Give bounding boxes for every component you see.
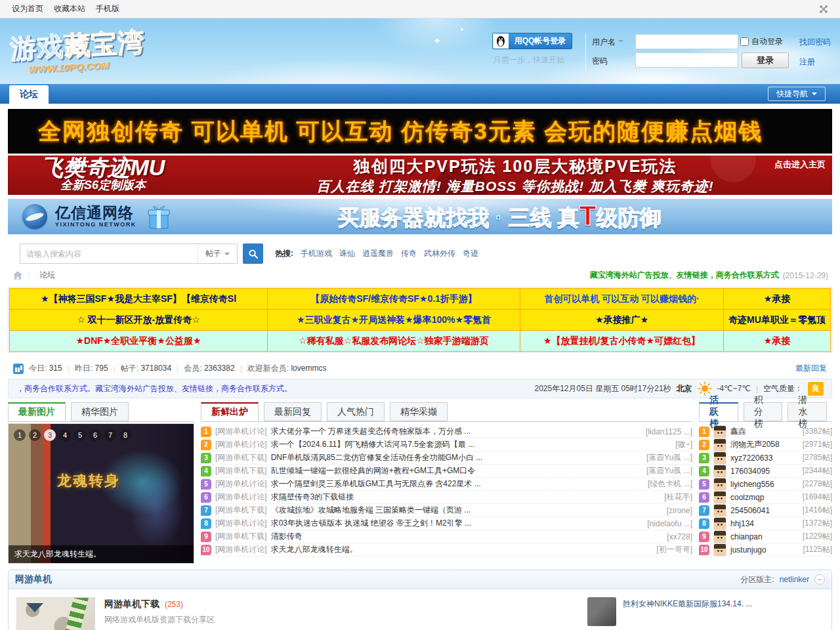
avatar[interactable] — [713, 530, 726, 543]
thread-author[interactable]: [桂花手] — [664, 492, 692, 503]
ad-banner-black[interactable]: 全网独创传奇 可以单机 可以互动 仿传奇3元素 会玩的随便赚点烟钱 — [8, 109, 832, 154]
search-scope-dropdown[interactable]: 帖子 — [198, 244, 237, 263]
forum-link[interactable]: 网游单机下载 — [104, 598, 159, 609]
tab-featured-images[interactable]: 精华图片 — [71, 402, 129, 421]
thread-title-link[interactable]: 《攻城掠地》攻城略地服务端 三国策略类一键端（页游 ... — [271, 505, 663, 516]
login-button[interactable]: 登录 — [742, 52, 789, 68]
thread-author[interactable]: [落霞Yu孤 ...] — [646, 452, 692, 463]
thread-category[interactable]: [网游单机讨论] — [215, 544, 267, 555]
ad-cell[interactable]: ★承接推广★ — [520, 309, 724, 331]
thread-category[interactable]: [网游单机讨论] — [215, 439, 267, 450]
avatar[interactable] — [713, 517, 726, 530]
image-carousel[interactable]: 1 2 3 4 5 6 7 8 龙魂转身 求天龙八部龙魂转生端。 — [8, 423, 194, 564]
thread-category[interactable]: [网游单机下载] — [215, 531, 267, 542]
user-name-link[interactable]: 鑫垚 — [730, 426, 799, 437]
thread-title-link[interactable]: 清影传奇 — [271, 531, 663, 542]
ad-cell[interactable]: ★【放置挂机/复古小传奇★可嫖红包】 — [520, 330, 724, 352]
carousel-page-dot[interactable]: 2 — [29, 429, 41, 441]
tab-latest-images[interactable]: 最新图片 — [8, 402, 66, 421]
nav-tab-forum[interactable]: 论坛 — [9, 85, 49, 104]
avatar[interactable] — [713, 491, 726, 504]
quick-nav-button[interactable]: 快捷导航 — [768, 87, 826, 101]
thread-title-link[interactable]: 求大佬分享一个 万界迷失超变态传奇独家版本，万分感 ... — [271, 426, 642, 437]
user-name-link[interactable]: 254506041 — [730, 506, 799, 515]
forum-category-title[interactable]: 网游单机 — [15, 574, 52, 585]
ad-cell[interactable]: ★【神将三国SF★我是大主宰SF】【维京传奇Sl — [9, 288, 268, 310]
carousel-caption[interactable]: 求天龙八部龙魂转生端。 — [9, 545, 194, 563]
thread-author[interactable]: [lidan1125 ...] — [646, 427, 692, 436]
thread-title-link[interactable]: 求一个隔壁剑灵三系单机版GM工具与无限点券 含422星术 ... — [271, 478, 644, 490]
thread-title-link[interactable]: DNF单机版清风85二觉仿官修复全活动任务全功能GM小白 ... — [271, 452, 642, 463]
tab-lurker-rank[interactable]: 潜水榜 — [788, 402, 827, 421]
qq-login-button[interactable]: 用QQ帐号登录 — [492, 33, 572, 49]
tab-featured[interactable]: 精华采撷 — [390, 402, 448, 421]
overseas-ad-contact-link[interactable]: 藏宝湾海外站广告投放、友情链接，商务合作联系方式 — [590, 270, 779, 281]
auto-login-option[interactable]: 自动登录 — [740, 36, 783, 47]
breadcrumb-forum-link[interactable]: 论坛 — [39, 270, 55, 281]
tab-credit-rank[interactable]: 积分榜 — [744, 402, 783, 421]
thread-category[interactable]: [网游单机讨论] — [215, 426, 267, 437]
thread-category[interactable]: [网游单机下载] — [215, 465, 267, 476]
thread-category[interactable]: [网游单机讨论] — [215, 492, 267, 503]
carousel-page-dot[interactable]: 8 — [119, 429, 131, 441]
user-name-link[interactable]: xyz7220633 — [730, 453, 799, 463]
hot-search-link[interactable]: 奇迹 — [463, 248, 478, 259]
user-name-link[interactable]: liyicheng556 — [730, 480, 799, 489]
thread-category[interactable]: [网游单机下载] — [215, 505, 267, 516]
carousel-page-dot[interactable]: 1 — [14, 429, 26, 441]
hot-search-link[interactable]: 诛仙 — [339, 248, 355, 259]
username-input[interactable] — [635, 34, 738, 49]
ad-banner-red-cta[interactable]: 点击进入主页 — [774, 159, 826, 171]
user-name-link[interactable]: chianpan — [730, 532, 799, 541]
search-input[interactable] — [20, 249, 198, 259]
announcement-marquee-link[interactable]: ，商务合作联系方式。藏宝湾海外站广告投放、友情链接，商务合作联系方式。 — [16, 383, 292, 394]
carousel-page-dot[interactable]: 7 — [104, 429, 116, 441]
home-icon[interactable] — [13, 271, 22, 280]
thread-title-link[interactable]: 乱世倾城一键端一款很经典的网游+教程+GM工具+GM口令 — [271, 465, 642, 476]
thread-category[interactable]: [网游单机讨论] — [215, 518, 267, 529]
avatar[interactable] — [713, 478, 726, 491]
ad-banner-red[interactable]: 飞樊奇迹MU 全新S6定制版本 独创四大PVP玩法 100层大秘境PVE玩法 百… — [8, 156, 832, 195]
hot-search-link[interactable]: 传奇 — [401, 248, 417, 259]
thread-title-link[interactable]: 求隔壁传奇3的下载链接 — [271, 492, 661, 503]
ad-cell[interactable]: ☆稀有私服☆私服发布网论坛☆独家手游端游页 — [267, 330, 520, 352]
ad-banner-blue[interactable]: 亿信通网络 YIXINTONG NETWORK 买服务器就找我 · 三线 真T级… — [8, 199, 832, 234]
ad-cell[interactable]: ★三职业复古★开局送神装★爆率100%★零氪首 — [267, 309, 520, 331]
thread-title-link[interactable]: 求天龙八部龙魂转生端。 — [271, 544, 653, 555]
thread-title-link[interactable]: 求03年执迷古镇版本 执迷城 绝望谷 帝王之剑！M2引擎 ... — [271, 518, 644, 529]
carousel-page-dot[interactable]: 6 — [89, 429, 101, 441]
thread-category[interactable]: [网游单机下载] — [215, 452, 267, 463]
register-link[interactable]: 注册 — [799, 56, 815, 68]
user-name-link[interactable]: coolzmqp — [730, 493, 799, 502]
latest-thread-link[interactable]: 胜利女神NIKKE最新国际服134.14. ... — [623, 597, 752, 610]
ad-cell[interactable]: ★承接 — [723, 330, 831, 352]
hot-search-link[interactable]: 逍遥魔兽 — [362, 248, 394, 259]
avatar[interactable] — [713, 504, 726, 517]
ad-cell[interactable]: ☆ 双十一新区开放-放置传奇☆ — [9, 309, 268, 331]
toggle-width-icon[interactable] — [819, 5, 828, 14]
forum-icon-image[interactable] — [16, 597, 95, 630]
avatar[interactable] — [713, 465, 726, 478]
ad-cell[interactable]: 【原始传奇SF/维京传奇SF★0.1折手游】 — [267, 288, 520, 310]
ad-cell[interactable]: ★DNF★全职业平衡★公益服★ — [9, 330, 268, 352]
carousel-page-dot[interactable]: 4 — [59, 429, 71, 441]
user-name-link[interactable]: 176034095 — [730, 467, 799, 476]
carousel-page-dot[interactable]: 5 — [74, 429, 86, 441]
set-homepage-link[interactable]: 设为首页 — [12, 3, 43, 14]
find-password-link[interactable]: 找回密码 — [799, 37, 831, 48]
collapse-section-button[interactable]: − — [814, 574, 825, 585]
tab-fresh-threads[interactable]: 新鲜出炉 — [201, 402, 259, 421]
site-logo[interactable]: 游戏藏宝湾 WWW.10PQ.COM — [9, 24, 146, 76]
thread-author[interactable]: [绿色卡机 ...] — [648, 478, 692, 490]
thread-category[interactable]: [网游单机讨论] — [215, 478, 267, 490]
tab-latest-replies[interactable]: 最新回复 — [264, 402, 322, 421]
mobile-version-link[interactable]: 手机版 — [96, 3, 119, 14]
ad-cell[interactable]: 首创可以单机 可以互动 可以赚烟钱的· — [520, 288, 724, 310]
thread-author[interactable]: [xx728] — [667, 532, 692, 541]
tab-popular[interactable]: 人气热门 — [327, 402, 385, 421]
avatar[interactable] — [713, 438, 726, 452]
user-name-link[interactable]: 润物无声2058 — [730, 439, 799, 450]
thread-author[interactable]: [nidelaofu ...] — [647, 519, 692, 528]
moderator-link[interactable]: netlinker — [780, 575, 809, 584]
thread-author[interactable]: [zirone] — [667, 506, 692, 515]
